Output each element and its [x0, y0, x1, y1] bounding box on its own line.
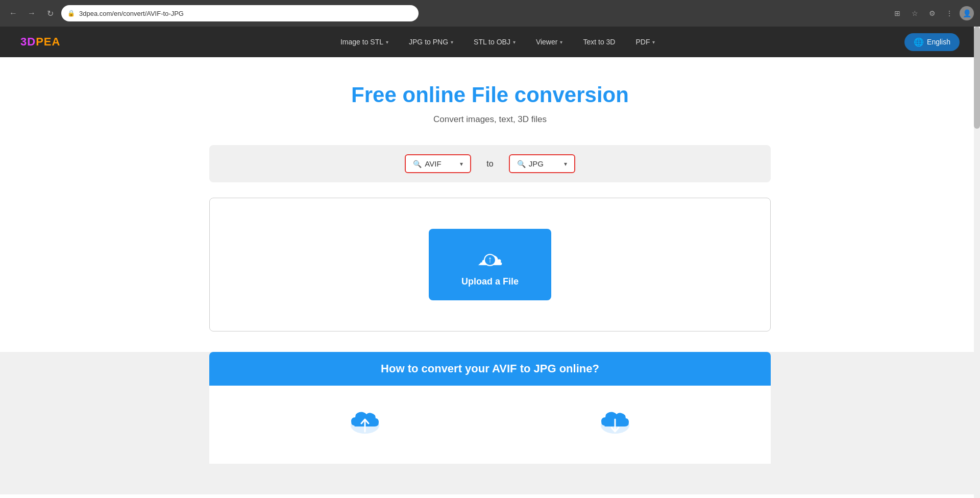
globe-icon: 🌐	[914, 37, 924, 47]
how-to-section: How to convert your AVIF to JPG online?	[0, 352, 980, 494]
lock-icon: 🔒	[67, 10, 75, 17]
nav-jpg-to-png[interactable]: JPG to PNG ▾	[399, 27, 463, 57]
screenshot-btn[interactable]: ⊞	[890, 6, 904, 20]
logo[interactable]: 3DPEA	[20, 35, 60, 49]
nav-pdf[interactable]: PDF ▾	[625, 27, 665, 57]
search-icon: 🔍	[517, 160, 526, 168]
how-to-body	[209, 386, 771, 464]
chevron-down-icon: ▾	[386, 39, 388, 45]
nav-viewer[interactable]: Viewer ▾	[526, 27, 573, 57]
page-title: Free online File conversion	[20, 83, 960, 107]
browser-actions: ⊞ ☆ ⚙ ⋮ 👤	[890, 6, 974, 20]
to-format-selector[interactable]: 🔍 JPG ▾	[509, 154, 575, 173]
bookmark-btn[interactable]: ☆	[908, 6, 922, 20]
how-to-step-2	[597, 406, 633, 443]
forward-button[interactable]: →	[24, 6, 39, 20]
nav-image-to-stl[interactable]: Image to STL ▾	[330, 27, 399, 57]
profile-avatar[interactable]: 👤	[960, 6, 974, 20]
scrollbar-thumb[interactable]	[974, 27, 980, 129]
nav-stl-to-obj[interactable]: STL to OBJ ▾	[463, 27, 526, 57]
chevron-down-icon: ▾	[564, 160, 567, 168]
back-button[interactable]: ←	[6, 6, 20, 20]
cloud-download-step-icon	[597, 406, 633, 443]
chevron-down-icon: ▾	[652, 39, 655, 45]
nav-text-to-3d[interactable]: Text to 3D	[573, 27, 625, 57]
address-bar[interactable]: 🔒 3dpea.com/en/convert/AVIF-to-JPG	[61, 5, 419, 21]
chevron-down-icon: ▾	[513, 39, 516, 45]
upload-area: ☁ ↑ Upload a File	[209, 198, 771, 331]
browser-chrome: ← → ↻ 🔒 3dpea.com/en/convert/AVIF-to-JPG…	[0, 0, 980, 27]
main-content: Free online File conversion Convert imag…	[0, 57, 980, 331]
to-label: to	[486, 159, 493, 169]
chevron-down-icon: ▾	[560, 39, 562, 45]
menu-btn[interactable]: ⋮	[942, 6, 957, 20]
converter-selector: 🔍 AVIF ▾ to 🔍 JPG ▾	[209, 145, 771, 182]
arrow-up-icon: ↑	[484, 254, 496, 266]
how-to-step-1	[347, 406, 383, 443]
chevron-down-icon: ▾	[460, 160, 463, 168]
nav-items: Image to STL ▾ JPG to PNG ▾ STL to OBJ ▾…	[91, 27, 904, 57]
navbar: 3DPEA Image to STL ▾ JPG to PNG ▾ STL to…	[0, 27, 980, 57]
upload-label: Upload a File	[461, 276, 519, 287]
refresh-button[interactable]: ↻	[43, 6, 57, 20]
logo-pea: PEA	[36, 35, 60, 48]
to-format-text: JPG	[529, 159, 561, 168]
how-to-header: How to convert your AVIF to JPG online?	[209, 352, 771, 386]
from-format-selector[interactable]: 🔍 AVIF ▾	[405, 154, 471, 173]
url-text: 3dpea.com/en/convert/AVIF-to-JPG	[79, 10, 184, 17]
from-format-text: AVIF	[425, 159, 457, 168]
search-icon: 🔍	[413, 160, 422, 168]
upload-button[interactable]: ☁ ↑ Upload a File	[429, 229, 551, 300]
upload-icon-wrap: ☁ ↑	[477, 243, 503, 269]
language-button[interactable]: 🌐 English	[904, 33, 960, 51]
extension-btn[interactable]: ⚙	[925, 6, 939, 20]
scrollbar[interactable]	[974, 27, 980, 498]
chevron-down-icon: ▾	[451, 39, 453, 45]
page-subtitle: Convert images, text, 3D files	[20, 114, 960, 125]
how-to-title: How to convert your AVIF to JPG online?	[230, 362, 750, 375]
cloud-upload-step-icon	[347, 406, 383, 443]
logo-3d: 3D	[20, 35, 36, 48]
